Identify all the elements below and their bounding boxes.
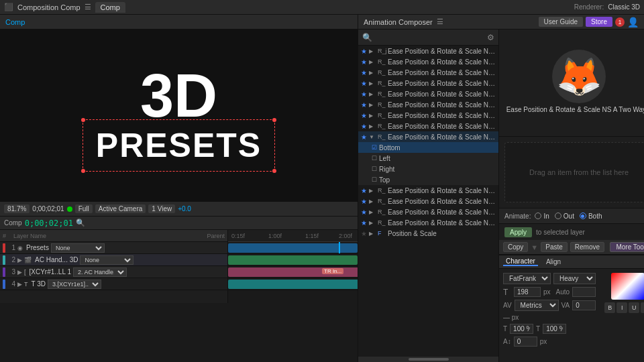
ac-preview-top: 🦊 Ease Position & Rotate & Scale NS A Tw…: [499, 29, 644, 137]
user-guide-button[interactable]: User Guide: [539, 17, 584, 27]
mark-2: 1:15f: [305, 233, 319, 239]
scale-v-input[interactable]: [543, 324, 566, 334]
track-solo-1[interactable]: ◉: [17, 245, 23, 251]
animate-label: Animate:: [504, 213, 531, 220]
list-item[interactable]: ★ ▶ R_ Ease Position & Rotate & Scale NS…: [358, 185, 498, 196]
comp-tab[interactable]: Comp: [95, 2, 125, 13]
settings-icon[interactable]: ⚙: [487, 33, 494, 42]
expand-arrow: ▶: [369, 91, 376, 97]
list-item[interactable]: ★ ▶ R_ Ease Position & Rotate & Scale NS…: [358, 121, 498, 131]
ac-drop-area[interactable]: Drag an item from the list here: [504, 142, 644, 202]
composition-label: Composition Comp: [17, 3, 80, 11]
paste-button[interactable]: Paste: [541, 242, 568, 252]
expand-arrow: ▶: [369, 231, 376, 237]
track-row-4: 4 ▶ T T 3D 3.[XCYr1e1]...: [0, 278, 227, 290]
format-row: B I U S: [604, 302, 644, 313]
track-row-2: 2 ▶ 🎬 AC Hand... 3D None: [0, 254, 227, 266]
top-bar: ⬛ Composition Comp ☰ Comp Renderer: Clas…: [0, 0, 644, 15]
timeline-search-icon[interactable]: 🔍: [76, 219, 85, 227]
list-item-expanded[interactable]: ★ ▼ R_ Ease Position & Rotate & Scale NS…: [358, 131, 498, 142]
list-item[interactable]: ★ ▶ R_ Ease Position & Rotate & Scale NS…: [358, 110, 498, 121]
tab-align[interactable]: Align: [543, 258, 564, 265]
list-subitem-top[interactable]: ☐ Top: [358, 174, 498, 185]
star-icon: ★: [361, 187, 367, 194]
user-icon[interactable]: 👤: [627, 17, 639, 27]
star-icon: ★: [361, 58, 367, 66]
char-left: FatFrank Heavy T px: [503, 273, 596, 347]
font-size-input[interactable]: [514, 287, 541, 297]
list-item[interactable]: ★ ▶ R_ Ease Position & Rotate & Scale ND…: [358, 56, 498, 67]
track-name-3: [XCYr#1..LL 1: [30, 268, 71, 276]
list-item[interactable]: ★ ▶ R_j Ease Position & Rotate & Scale N…: [358, 46, 498, 56]
tab-character[interactable]: Character: [503, 257, 538, 266]
search-icon: 🔍: [362, 33, 372, 42]
T-scale-v: T: [536, 325, 540, 333]
menu-icon: ☰: [85, 3, 91, 11]
tracking-val[interactable]: [514, 337, 537, 347]
ac-list-panel: 🔍 ⚙ ★ ▶ R_j Ease Position & Rotate & Sca…: [358, 29, 499, 362]
list-subitem-right[interactable]: ☐ Right: [358, 164, 498, 174]
track-parent-1[interactable]: None: [51, 243, 105, 253]
item-name: Ease Position & Rotate & Scale ND B: [388, 90, 496, 98]
timeline-timecode: 0;00;02;01: [25, 219, 73, 228]
metrics-select[interactable]: Metrics: [515, 300, 559, 311]
track-type-4: T: [24, 281, 28, 288]
timeline-label: Comp: [4, 219, 22, 227]
store-button[interactable]: Store: [586, 17, 612, 27]
item-name: Ease Position & Rotate & Scale NS A: [388, 133, 496, 141]
expand-arrow: ▶: [369, 209, 376, 215]
zoom-level[interactable]: 81.7%: [4, 204, 30, 213]
list-item[interactable]: ★ ▶ R_ Ease Position & Rotate & Scale NS…: [358, 206, 498, 217]
camera-btn[interactable]: Active Camera: [95, 204, 146, 213]
more-tools-button[interactable]: More Tools: [610, 242, 644, 252]
bold-button[interactable]: B: [604, 302, 615, 313]
color-picker[interactable]: [611, 273, 644, 300]
strikethrough-button[interactable]: S: [641, 302, 644, 313]
radio-both[interactable]: Both: [580, 213, 602, 220]
track-parent-2[interactable]: None: [80, 255, 133, 265]
preview-name: Ease Position & Rotate & Scale NS A Two …: [504, 103, 644, 116]
list-subitem-left[interactable]: ☐ Left: [358, 153, 498, 164]
checkbox-icon: ☐: [372, 155, 377, 162]
font-select[interactable]: FatFrank: [503, 273, 551, 284]
italic-button[interactable]: I: [616, 302, 627, 313]
subitem-name: Top: [379, 176, 496, 184]
metrics-unit: VA: [561, 302, 570, 309]
remove-button[interactable]: Remove: [570, 242, 604, 252]
list-item[interactable]: ★ ▶ R_ Ease Position & Rotate & Scale ND…: [358, 78, 498, 88]
scale-h-input[interactable]: [510, 324, 533, 334]
star-icon: ★: [361, 123, 367, 130]
list-item[interactable]: ★ ▶ R_ Ease Position & Rotate & Scale NS…: [358, 217, 498, 228]
timeline-header: Comp 0;00;02;01 🔍: [0, 217, 358, 230]
list-subitem-bottom[interactable]: ☑ Bottom: [358, 142, 498, 153]
apply-button[interactable]: Apply: [504, 227, 532, 237]
type-label: R_: [378, 198, 386, 204]
list-item[interactable]: ★ ▶ R_ Ease Position & Rotate & Scale ND…: [358, 88, 498, 99]
view-btn[interactable]: 1 View: [148, 204, 175, 213]
list-item-position[interactable]: ★ ▶ F Position & Scale: [358, 228, 498, 239]
track-parent-3[interactable]: 2. AC Handle...: [73, 267, 127, 277]
list-item[interactable]: ★ ▶ R_ Ease Position & Rotate & Scale NS…: [358, 196, 498, 206]
expand-arrow: ▶: [369, 80, 376, 86]
radio-in[interactable]: In: [535, 213, 549, 220]
resolution-btn[interactable]: Full: [75, 204, 93, 213]
track-expand-3[interactable]: ▶: [17, 269, 22, 276]
copy-button[interactable]: Copy: [503, 242, 528, 252]
timeline-ruler: 0:15f 1:00f 1:15f 2:00f 2:15f: [228, 230, 358, 303]
scroll-bar[interactable]: [358, 357, 498, 362]
track-expand-4[interactable]: ▶: [17, 281, 22, 288]
list-item[interactable]: ★ ▶ R_ Ease Position & Rotate & Scale NS…: [358, 99, 498, 110]
track-parent-4[interactable]: 3.[XCYr1e1]...: [48, 280, 101, 289]
ac-preview-panel: 🦊 Ease Position & Rotate & Scale NS A Tw…: [499, 29, 644, 362]
tracking-row: A↕ px: [503, 337, 596, 347]
track-expand-2[interactable]: ▶: [17, 257, 22, 263]
ac-apply-row: Apply to selected layer: [499, 224, 644, 240]
list-item[interactable]: ★ ▶ R_ Ease Position & Rotate & Scale ND…: [358, 67, 498, 78]
search-input[interactable]: [375, 34, 484, 41]
tracking-input[interactable]: [572, 300, 596, 310]
style-select[interactable]: Heavy: [553, 273, 596, 284]
underline-button[interactable]: U: [629, 302, 639, 313]
track-color-3: [3, 267, 5, 277]
auto-input[interactable]: [572, 287, 596, 297]
radio-out[interactable]: Out: [555, 213, 574, 220]
